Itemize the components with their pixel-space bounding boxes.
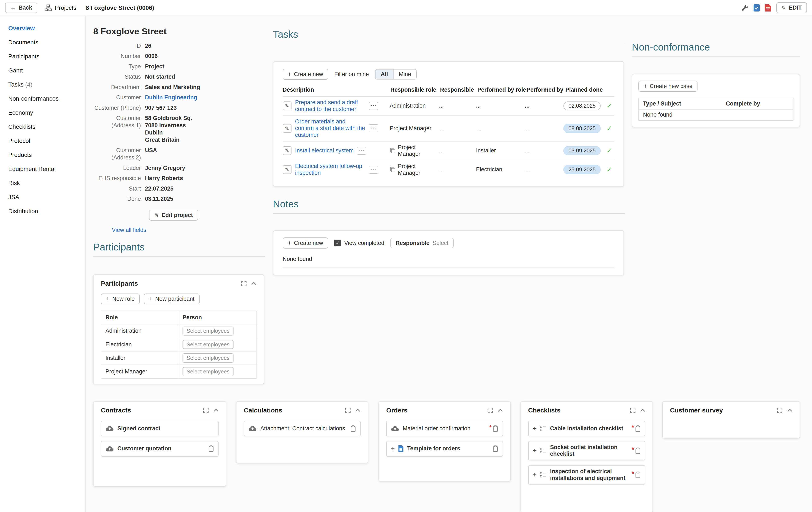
task-complete-check-icon[interactable]: ✓ <box>607 102 612 110</box>
expand-icon[interactable] <box>345 408 351 413</box>
create-note-label: Create new <box>294 240 323 246</box>
task-edit-icon[interactable]: ✎ <box>283 101 291 110</box>
sidebar-item-tasks[interactable]: Tasks (4) <box>0 78 85 92</box>
create-case-button[interactable]: +Create new case <box>638 81 697 92</box>
expand-icon[interactable] <box>777 408 783 413</box>
wrench-icon[interactable] <box>741 4 749 11</box>
sidebar-item-documents[interactable]: Documents <box>0 35 85 50</box>
collapse-chevron-icon[interactable] <box>787 409 792 412</box>
sidebar-item-distribution[interactable]: Distribution <box>0 204 85 218</box>
select-employees-input[interactable]: Select employees <box>182 354 233 363</box>
clipboard-icon[interactable] <box>493 445 498 452</box>
clipboard-icon[interactable] <box>208 445 214 452</box>
plus-icon: + <box>288 240 291 247</box>
sidebar-item-risk[interactable]: Risk <box>0 176 85 190</box>
task-description-link[interactable]: Prepare and send a draft contract to the… <box>295 99 366 113</box>
task-menu-button[interactable]: ⋯ <box>369 124 378 132</box>
sidebar-item-checklists[interactable]: Checklists <box>0 120 85 134</box>
task-description-link[interactable]: Install electrical system <box>295 147 354 154</box>
task-description-link[interactable]: Order materials and confirm a start date… <box>295 118 366 139</box>
field-label: Customer <box>93 94 145 101</box>
filter-mine-button[interactable]: Mine <box>393 69 416 79</box>
edit-button[interactable]: ✎ EDIT <box>776 2 807 13</box>
create-task-button[interactable]: +Create new <box>283 69 328 80</box>
sidebar-item-gantt[interactable]: Gantt <box>0 63 85 78</box>
sidebar-item-participants[interactable]: Participants <box>0 50 85 63</box>
sidebar-item-equipment-rental[interactable]: Equipment Rental <box>0 162 85 176</box>
task-responsible: ... <box>439 147 476 154</box>
create-task-label: Create new <box>294 71 323 78</box>
planned-done-pill[interactable]: 08.08.2025 <box>563 124 601 133</box>
task-complete-check-icon[interactable]: ✓ <box>607 124 612 132</box>
expand-icon[interactable] <box>630 408 636 413</box>
sidebar-item-label: Non-conformances <box>8 95 59 102</box>
task-menu-button[interactable]: ⋯ <box>369 165 378 174</box>
field-label: Customer (Address 2) <box>93 147 145 161</box>
checklist-row[interactable]: + Inspection of electrical installations… <box>528 465 645 484</box>
divider <box>283 268 614 268</box>
task-edit-icon[interactable]: ✎ <box>283 124 291 133</box>
card-title: Calculations <box>244 407 282 414</box>
clipboard-icon[interactable] <box>350 425 356 432</box>
planned-done-pill[interactable]: 03.09.2025 <box>563 146 601 155</box>
checklist-document-icon[interactable] <box>754 4 760 11</box>
cloud-upload-icon <box>106 446 114 452</box>
select-employees-input[interactable]: Select employees <box>182 340 233 349</box>
clipboard-icon[interactable] <box>635 447 641 454</box>
breadcrumb-projects[interactable]: Projects <box>45 4 76 11</box>
collapse-chevron-icon[interactable] <box>640 409 645 412</box>
notes-responsible-filter[interactable]: Responsible Select <box>390 238 453 248</box>
sidebar-item-jsa[interactable]: JSA <box>0 190 85 204</box>
new-participant-button[interactable]: +New participant <box>144 294 200 305</box>
expand-icon[interactable] <box>488 408 493 413</box>
filter-all-button[interactable]: All <box>376 69 393 79</box>
task-edit-icon[interactable]: ✎ <box>283 165 291 174</box>
attachment-row[interactable]: Customer quotation <box>101 441 219 457</box>
customer-link[interactable]: Dublin Engineering <box>145 94 197 101</box>
select-employees-input[interactable]: Select employees <box>182 327 233 336</box>
collapse-chevron-icon[interactable] <box>355 409 360 412</box>
task-menu-button[interactable]: ⋯ <box>369 102 378 110</box>
sidebar-item-products[interactable]: Products <box>0 148 85 162</box>
tasks-table: Description Responsible role Responsible… <box>283 87 614 179</box>
attachment-row[interactable]: Signed contract <box>101 421 219 436</box>
clipboard-icon[interactable] <box>635 425 641 432</box>
checklist-row[interactable]: + Cable installation checklist * <box>528 421 645 436</box>
sidebar-item-overview[interactable]: Overview <box>0 21 85 35</box>
task-edit-icon[interactable]: ✎ <box>283 146 291 155</box>
planned-done-pill[interactable]: 02.08.2025 <box>563 101 601 111</box>
edit-project-button[interactable]: ✎ Edit project <box>149 210 198 221</box>
new-role-button[interactable]: +New role <box>101 294 140 305</box>
collapse-chevron-icon[interactable] <box>213 409 219 412</box>
create-note-button[interactable]: +Create new <box>283 237 328 248</box>
task-complete-check-icon[interactable]: ✓ <box>607 147 612 154</box>
task-row: ✎ Prepare and send a draft contract to t… <box>283 96 614 116</box>
checklist-row[interactable]: + Socket outlet installation checklist * <box>528 441 645 460</box>
sidebar-item-non-conformances[interactable]: Non-conformances <box>0 92 85 106</box>
select-employees-input[interactable]: Select employees <box>182 367 233 376</box>
collapse-chevron-icon[interactable] <box>498 409 503 412</box>
expand-icon[interactable] <box>241 281 247 287</box>
task-complete-check-icon[interactable]: ✓ <box>607 165 612 173</box>
attachment-row[interactable]: Material order confirmation * <box>386 421 503 436</box>
planned-done-pill[interactable]: 25.09.2025 <box>563 165 601 174</box>
field-value-phone: 907 567 123 <box>145 104 177 112</box>
collapse-chevron-icon[interactable] <box>251 282 256 285</box>
expand-icon[interactable] <box>203 408 209 413</box>
back-button[interactable]: ← Back <box>5 3 37 13</box>
task-description-link[interactable]: Electrical system follow-up inspection <box>295 163 366 176</box>
column-person: Person <box>179 311 256 324</box>
sidebar-item-protocol[interactable]: Protocol <box>0 134 85 148</box>
view-all-fields-link[interactable]: View all fields <box>112 227 146 233</box>
attachment-row[interactable]: Attachment: Contract calculations <box>244 421 360 436</box>
task-performed-by: ... <box>525 147 563 154</box>
task-menu-button[interactable]: ⋯ <box>357 147 366 155</box>
template-row[interactable]: + Template for orders <box>386 441 503 457</box>
pdf-export-icon[interactable] <box>765 4 771 11</box>
sidebar-item-economy[interactable]: Economy <box>0 106 85 120</box>
column-planned-done: Planned done <box>566 87 609 93</box>
clipboard-icon[interactable] <box>493 425 498 432</box>
clipboard-icon[interactable] <box>635 472 641 478</box>
required-asterisk: * <box>632 447 634 452</box>
view-completed-checkbox[interactable]: ✓ View completed <box>335 240 384 246</box>
